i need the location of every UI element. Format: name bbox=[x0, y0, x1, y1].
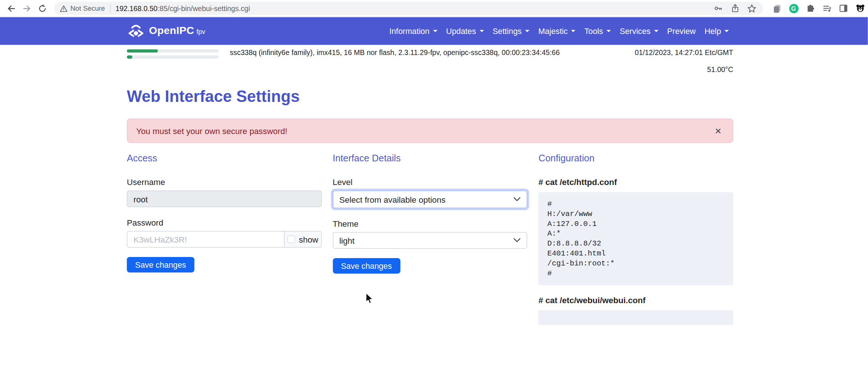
browser-back-button[interactable] bbox=[4, 2, 18, 15]
access-save-button[interactable]: Save changes bbox=[127, 257, 195, 272]
access-heading: Access bbox=[127, 153, 322, 164]
password-input[interactable] bbox=[127, 231, 285, 248]
status-strip: ssc338q (infinity6e family), imx415, 16 … bbox=[127, 45, 734, 74]
page-title: Web Interface Settings bbox=[127, 88, 734, 106]
progress-fill-top bbox=[127, 49, 158, 53]
nav-services[interactable]: Services bbox=[615, 27, 662, 35]
copy-docs-extension-icon[interactable] bbox=[771, 2, 784, 15]
saved-passwords-key-icon[interactable] bbox=[712, 3, 724, 14]
theme-select[interactable]: light bbox=[333, 232, 528, 249]
datetime-text: 01/12/2023, 14:27:01 Etc/GMT bbox=[635, 48, 733, 57]
grammarly-extension-icon[interactable]: G bbox=[787, 2, 800, 15]
show-password-addon: show bbox=[284, 231, 322, 248]
username-input[interactable] bbox=[127, 191, 322, 207]
reload-icon bbox=[38, 4, 47, 13]
browser-chrome: Not Secure 192.168.0.50:85/cgi-bin/webui… bbox=[0, 0, 868, 17]
url-text[interactable]: 192.168.0.50:85/cgi-bin/webui-settings.c… bbox=[116, 4, 250, 13]
caret-down-icon bbox=[433, 30, 437, 32]
reading-mode-extension-icon[interactable] bbox=[837, 2, 850, 15]
theme-label: Theme bbox=[333, 219, 528, 229]
browser-reload-button[interactable] bbox=[35, 2, 49, 15]
level-label: Level bbox=[333, 177, 528, 187]
dog-extension-icon[interactable] bbox=[854, 2, 867, 15]
openipc-logo-icon bbox=[127, 24, 145, 38]
caret-down-icon bbox=[525, 30, 529, 32]
caret-down-icon bbox=[654, 30, 658, 32]
chevron-down-icon bbox=[514, 197, 521, 202]
nav-help[interactable]: Help bbox=[700, 27, 733, 35]
configuration-section: Configuration # cat /etc/httpd.conf # H:… bbox=[538, 153, 733, 325]
progress-fill-bottom bbox=[127, 55, 133, 59]
back-arrow-icon bbox=[7, 4, 16, 13]
interface-details-heading: Interface Details bbox=[333, 153, 528, 164]
extensions-puzzle-icon[interactable] bbox=[804, 2, 817, 15]
nav-information[interactable]: Information bbox=[385, 27, 442, 35]
top-navbar: OpenIPC fpv Information Updates Settings… bbox=[0, 17, 868, 45]
resource-progress-bars bbox=[127, 48, 219, 62]
caret-down-icon bbox=[571, 30, 576, 32]
nav-updates[interactable]: Updates bbox=[442, 27, 488, 35]
nav-menu: Information Updates Settings Majestic To… bbox=[385, 27, 733, 35]
share-icon[interactable] bbox=[729, 3, 741, 14]
playlist-extension-icon[interactable] bbox=[820, 2, 834, 15]
progress-track-top bbox=[127, 49, 219, 53]
url-host: 192.168.0.50 bbox=[116, 4, 158, 13]
grammarly-g: G bbox=[789, 4, 799, 13]
webui-conf-command: # cat /etc/webui/webui.conf bbox=[538, 295, 733, 305]
interface-details-section: Interface Details Level Select from avai… bbox=[333, 153, 528, 325]
alert-message: You must set your own secure password! bbox=[136, 126, 287, 136]
main-content: Web Interface Settings You must set your… bbox=[127, 88, 734, 325]
url-path: :85/cgi-bin/webui-settings.cgi bbox=[158, 4, 250, 13]
device-info-text: ssc338q (infinity6e family), imx415, 16 … bbox=[230, 48, 560, 57]
temperature-text: 51.00°C bbox=[127, 65, 734, 74]
brand-name: OpenIPC bbox=[149, 24, 194, 37]
screenshot-root: Not Secure 192.168.0.50:85/cgi-bin/webui… bbox=[0, 0, 868, 384]
show-password-label: show bbox=[299, 234, 318, 244]
nav-settings[interactable]: Settings bbox=[488, 27, 534, 35]
security-label[interactable]: Not Secure bbox=[71, 4, 105, 12]
browser-forward-button[interactable] bbox=[20, 2, 33, 15]
interface-save-button[interactable]: Save changes bbox=[333, 258, 400, 274]
omnibox-divider bbox=[110, 4, 111, 12]
chevron-down-icon bbox=[514, 238, 521, 243]
brand-suffix: fpv bbox=[196, 28, 205, 35]
webui-conf-content bbox=[538, 311, 733, 326]
forward-arrow-icon bbox=[23, 4, 31, 13]
nav-tools[interactable]: Tools bbox=[580, 27, 615, 35]
httpd-conf-command: # cat /etc/httpd.conf bbox=[538, 177, 733, 187]
password-label: Password bbox=[127, 218, 322, 227]
address-bar[interactable]: Not Secure 192.168.0.50:85/cgi-bin/webui… bbox=[54, 2, 763, 15]
access-section: Access Username Password show Save chang… bbox=[127, 153, 322, 325]
progress-track-bottom bbox=[127, 55, 219, 59]
httpd-conf-content: # H:/var/www A:127.0.0.1 A:* D:8.8.8.8/3… bbox=[538, 192, 733, 286]
show-password-checkbox[interactable] bbox=[287, 236, 295, 243]
nav-preview[interactable]: Preview bbox=[663, 27, 700, 35]
caret-down-icon bbox=[724, 30, 729, 32]
not-secure-warning-icon bbox=[60, 5, 68, 12]
configuration-heading: Configuration bbox=[538, 153, 733, 164]
caret-down-icon bbox=[606, 30, 611, 32]
nav-majestic[interactable]: Majestic bbox=[534, 27, 580, 35]
caret-down-icon bbox=[479, 30, 484, 32]
extensions-row: G ⋮ bbox=[769, 2, 868, 15]
password-warning-alert: You must set your own secure password! ✕ bbox=[127, 119, 734, 143]
bookmark-star-icon[interactable] bbox=[745, 3, 758, 14]
level-select[interactable]: Select from available options bbox=[333, 191, 528, 208]
username-label: Username bbox=[127, 177, 322, 187]
openipc-brand[interactable]: OpenIPC fpv bbox=[127, 24, 205, 38]
alert-close-icon[interactable]: ✕ bbox=[713, 124, 724, 137]
